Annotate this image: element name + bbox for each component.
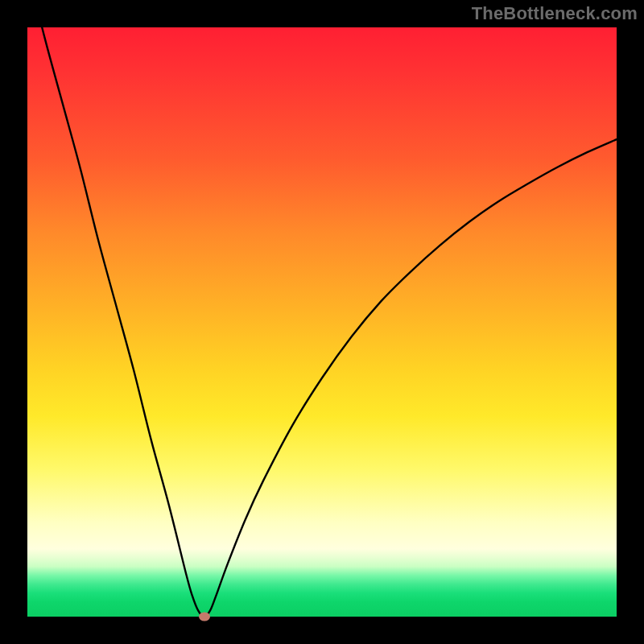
chart-frame: TheBottleneck.com (0, 0, 644, 644)
plot-area (27, 27, 617, 617)
optimum-marker (199, 613, 210, 621)
watermark-text: TheBottleneck.com (472, 3, 638, 24)
bottleneck-curve (27, 27, 617, 617)
